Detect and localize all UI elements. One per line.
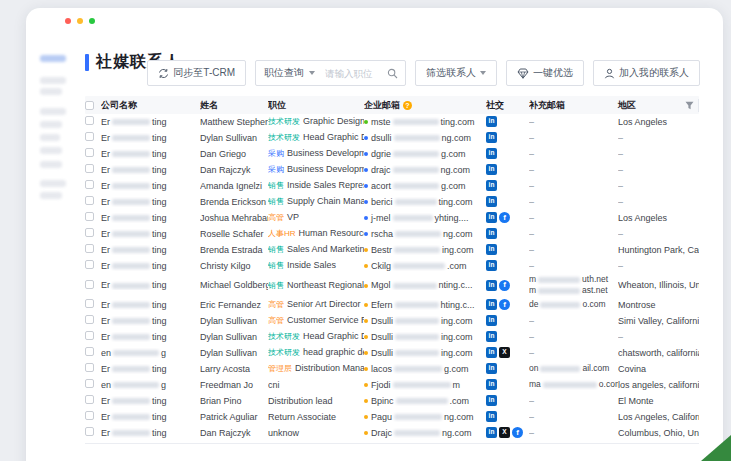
linkedin-icon[interactable]: in — [486, 347, 497, 358]
sidebar-item-masked[interactable] — [40, 134, 60, 141]
sidebar-item-masked[interactable] — [40, 55, 66, 62]
region-cell: – — [618, 229, 699, 239]
row-checkbox[interactable] — [85, 347, 94, 356]
linkedin-icon[interactable]: in — [486, 260, 497, 271]
name-cell: Joshua Mehraban — [200, 213, 268, 223]
position-category-tag: 管理层 — [268, 364, 292, 373]
position-cell: 采购Business Development ... — [268, 164, 364, 175]
row-checkbox[interactable] — [85, 315, 94, 324]
linkedin-icon[interactable]: in — [486, 411, 497, 422]
linkedin-icon[interactable]: in — [486, 164, 497, 175]
row-checkbox[interactable] — [85, 427, 94, 436]
row-checkbox[interactable] — [85, 148, 94, 157]
search-icon[interactable] — [387, 68, 398, 79]
sidebar-item-masked[interactable] — [40, 180, 66, 187]
filter-contacts-dropdown[interactable]: 筛选联系人 — [415, 60, 497, 86]
social-cell: in — [486, 116, 529, 127]
email-cell: Drajcng.com — [364, 428, 486, 438]
row-checkbox[interactable] — [85, 116, 94, 125]
extra-email-empty: – — [529, 348, 534, 358]
sync-to-crm-button[interactable]: 同步至T-CRM — [147, 60, 246, 86]
extra-email-empty: – — [529, 332, 534, 342]
region-cell: – — [618, 197, 699, 207]
position-input[interactable] — [323, 68, 385, 79]
linkedin-icon[interactable]: in — [486, 280, 497, 291]
close-window-icon[interactable] — [65, 18, 71, 24]
row-checkbox[interactable] — [85, 363, 94, 372]
table-row: ErtingChristy Kilgo销售Inside SalesCkilg.c… — [85, 258, 699, 274]
facebook-icon[interactable]: f — [512, 427, 523, 438]
name-cell: Brenda Erickson Pe — [200, 197, 268, 207]
x-twitter-icon[interactable]: X — [499, 427, 510, 438]
sidebar-item-masked[interactable] — [40, 88, 62, 95]
row-checkbox[interactable] — [85, 331, 94, 340]
position-category-tag: 人事HR — [268, 229, 296, 238]
filter-icon[interactable] — [685, 101, 694, 110]
sidebar-item-masked[interactable] — [40, 121, 62, 128]
row-checkbox[interactable] — [85, 180, 94, 189]
extra-email-cell: – — [529, 133, 618, 143]
row-checkbox[interactable] — [85, 212, 94, 221]
row-checkbox[interactable] — [85, 228, 94, 237]
linkedin-icon[interactable]: in — [486, 363, 497, 374]
help-icon[interactable]: ? — [403, 101, 412, 110]
linkedin-icon[interactable]: in — [486, 228, 497, 239]
facebook-icon[interactable]: f — [499, 299, 510, 310]
position-category-tag: 销售 — [268, 245, 284, 254]
sidebar-item-masked[interactable] — [40, 147, 62, 154]
social-cell: inf — [486, 280, 529, 291]
sidebar-item-masked[interactable] — [40, 192, 62, 199]
row-checkbox[interactable] — [85, 244, 94, 253]
row-checkbox[interactable] — [85, 196, 94, 205]
one-click-optimize-button[interactable]: 一键优选 — [506, 60, 584, 86]
linkedin-icon[interactable]: in — [486, 148, 497, 159]
row-checkbox[interactable] — [85, 299, 94, 308]
job-title: Head Graphic Desig... — [303, 331, 364, 341]
position-cell: 销售Northeast Regional Sale... — [268, 280, 364, 291]
extra-email-cell: deo.com — [529, 299, 618, 310]
row-checkbox[interactable] — [85, 132, 94, 141]
linkedin-icon[interactable]: in — [486, 196, 497, 207]
sidebar-item-masked[interactable] — [40, 77, 66, 84]
table-row: ErtingBrenda Estrada销售Sales And Marketin… — [85, 242, 699, 258]
x-twitter-icon[interactable]: X — [499, 347, 510, 358]
linkedin-icon[interactable]: in — [486, 331, 497, 342]
sidebar-item-masked[interactable] — [40, 161, 62, 168]
linkedin-icon[interactable]: in — [486, 315, 497, 326]
row-checkbox[interactable] — [85, 395, 94, 404]
row-checkbox[interactable] — [85, 379, 94, 388]
row-checkbox[interactable] — [85, 280, 94, 289]
add-to-my-contacts-button[interactable]: 加入我的联系人 — [593, 60, 700, 86]
company-cell: Erting — [101, 396, 200, 406]
row-checkbox[interactable] — [85, 164, 94, 173]
company-cell: Erting — [101, 332, 200, 342]
facebook-icon[interactable]: f — [499, 212, 510, 223]
row-checkbox[interactable] — [85, 260, 94, 269]
linkedin-icon[interactable]: in — [486, 379, 497, 390]
region-cell: Los Angeles, California, Un... — [618, 412, 699, 422]
linkedin-icon[interactable]: in — [486, 180, 497, 191]
maximize-window-icon[interactable] — [89, 18, 95, 24]
social-cell: inXf — [486, 427, 529, 438]
blurred-text — [393, 215, 433, 221]
linkedin-icon[interactable]: in — [486, 427, 497, 438]
table-row: ErtingMatthew Stephen技术研发Graphic Designe… — [85, 114, 699, 130]
row-checkbox[interactable] — [85, 411, 94, 420]
company-cell: Erting — [101, 213, 200, 223]
select-all-checkbox[interactable] — [85, 101, 94, 110]
facebook-icon[interactable]: f — [499, 280, 510, 291]
linkedin-icon[interactable]: in — [486, 395, 497, 406]
extra-email-empty: – — [529, 165, 534, 175]
position-category-tag: 高管 — [268, 316, 284, 325]
position-select[interactable]: 职位查询 — [256, 66, 323, 80]
name-cell: Dylan Sullivan — [200, 332, 268, 342]
region-cell: El Monte — [618, 396, 699, 406]
sidebar-item-masked[interactable] — [40, 108, 66, 115]
linkedin-icon[interactable]: in — [486, 116, 497, 127]
minimize-window-icon[interactable] — [77, 18, 83, 24]
linkedin-icon[interactable]: in — [486, 212, 497, 223]
linkedin-icon[interactable]: in — [486, 244, 497, 255]
region-empty: – — [618, 165, 623, 175]
linkedin-icon[interactable]: in — [486, 299, 497, 310]
linkedin-icon[interactable]: in — [486, 132, 497, 143]
